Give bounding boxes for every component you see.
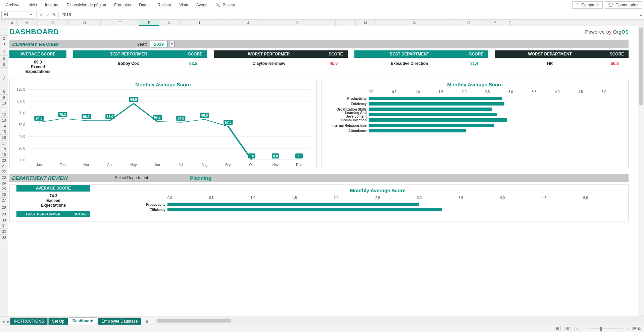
bar-chart-title: Monthly Average Score: [325, 82, 625, 87]
row-header-31[interactable]: 31: [0, 223, 8, 229]
column-header-F[interactable]: F: [139, 19, 159, 26]
accept-icon[interactable]: ✓: [46, 12, 49, 17]
zoom-level[interactable]: 85 %: [632, 327, 641, 331]
row-header-25[interactable]: 25: [0, 186, 8, 192]
best-department-card: BEST DEPARTMENT SCORE Executive Directio…: [354, 50, 488, 74]
column-header-K[interactable]: K: [258, 19, 336, 26]
row-header-1[interactable]: 1: [0, 26, 8, 36]
tab-nav-buttons[interactable]: ◄ ►: [1, 319, 10, 324]
column-header-M[interactable]: M: [356, 19, 376, 26]
view-normal-icon[interactable]: ▦: [554, 326, 561, 331]
column-header-C[interactable]: C: [37, 19, 69, 26]
dept-avg-text2: Expectations: [16, 203, 90, 208]
row-header-4[interactable]: 4: [0, 47, 8, 56]
menu-search[interactable]: 🔍 Buscar: [211, 1, 239, 9]
row-header-26[interactable]: 26: [0, 192, 8, 198]
row-header-17[interactable]: 17: [0, 140, 8, 146]
comments-button[interactable]: 💬 Comentarios: [605, 1, 642, 9]
column-header-E[interactable]: E: [101, 19, 139, 26]
column-header-J[interactable]: J: [238, 19, 258, 26]
horizontal-scrollbar[interactable]: [156, 319, 644, 323]
row-header-9[interactable]: 9: [0, 95, 8, 100]
x-tick: 4,0: [555, 90, 578, 94]
row-header-10[interactable]: 10: [0, 100, 8, 106]
row-header-29[interactable]: 29: [0, 211, 8, 217]
menu-data[interactable]: Datos: [135, 1, 153, 9]
menu-page-layout[interactable]: Disposición de página: [63, 1, 110, 9]
avg-score-text1: Exceed: [26, 65, 51, 69]
row-header-16[interactable]: 16: [0, 135, 8, 140]
best-performer-score: 92,5: [182, 61, 205, 66]
cancel-icon[interactable]: ✕: [39, 12, 43, 17]
row-header-33[interactable]: 33: [0, 235, 8, 240]
row-header-21[interactable]: 21: [0, 163, 8, 169]
column-header-G[interactable]: G: [159, 19, 180, 26]
x-label: Jun: [145, 163, 169, 167]
view-page-layout-icon[interactable]: ▤: [564, 326, 571, 331]
hscroll-thumb[interactable]: [157, 319, 231, 323]
row-header-19[interactable]: 19: [0, 152, 8, 158]
menu-review[interactable]: Revisar: [154, 1, 176, 9]
view-page-break-icon[interactable]: ▭: [574, 326, 581, 331]
share-button[interactable]: ⇪ Compartir: [572, 1, 603, 9]
selected-department[interactable]: Planning: [167, 175, 234, 181]
menu-formulas[interactable]: Fórmulas: [110, 1, 135, 9]
row-header-30[interactable]: 30: [0, 217, 8, 223]
worst-performer-score: 45,0: [322, 61, 346, 66]
row-header-12[interactable]: 12: [0, 112, 8, 118]
row-header-5[interactable]: 5: [0, 56, 8, 61]
row-header-28[interactable]: 28: [0, 203, 8, 211]
column-header-L[interactable]: L: [336, 19, 356, 26]
row-header-24[interactable]: 24: [0, 180, 8, 186]
row-header-27[interactable]: 27: [0, 198, 8, 203]
row-header-13[interactable]: 13: [0, 118, 8, 123]
dept-avg-score: 74.3: [16, 194, 90, 198]
tab-dashboard[interactable]: Dashboard: [69, 317, 97, 325]
column-header-Q[interactable]: Q: [505, 19, 515, 26]
row-header-8[interactable]: 8: [0, 89, 8, 95]
sheet-canvas[interactable]: DASHBOARD Powered by OrgOS COMPANY REVIE…: [8, 26, 638, 317]
menu-help[interactable]: Ayuda: [192, 1, 212, 9]
row-header-20[interactable]: 20: [0, 158, 8, 163]
row-header-22[interactable]: 22: [0, 169, 8, 175]
zoom-in-button[interactable]: +: [627, 327, 629, 331]
row-header-11[interactable]: 11: [0, 106, 8, 112]
menu-view[interactable]: Vista: [175, 1, 192, 9]
column-header-I[interactable]: I: [218, 19, 238, 26]
row-header-3[interactable]: 3: [0, 41, 8, 47]
year-dropdown-button[interactable]: ▾: [169, 41, 175, 47]
row-header-23[interactable]: 23: [0, 175, 8, 180]
x-tick: 2,5: [376, 196, 417, 200]
scrollbar-thumb[interactable]: [639, 28, 643, 105]
menu-file[interactable]: Archivo: [2, 1, 23, 9]
row-header-32[interactable]: 32: [0, 229, 8, 235]
zoom-out-button[interactable]: −: [584, 327, 586, 331]
tab-setup[interactable]: Set Up: [48, 318, 68, 325]
column-header-A[interactable]: A: [8, 19, 17, 26]
zoom-slider[interactable]: [590, 328, 623, 329]
year-cell[interactable]: 2019: [150, 41, 168, 47]
fx-icon[interactable]: fx: [53, 12, 56, 17]
column-header-N[interactable]: N: [376, 19, 453, 26]
row-header-6[interactable]: 6: [0, 61, 8, 68]
menu-insert[interactable]: Insertar: [41, 1, 63, 9]
tab-instructions[interactable]: INSTRUCTIONS: [10, 318, 48, 325]
menu-home[interactable]: Inicio: [23, 1, 41, 9]
column-header-P[interactable]: P: [485, 19, 505, 26]
column-header-H[interactable]: H: [180, 19, 218, 26]
row-header-2[interactable]: 2: [0, 36, 8, 41]
column-header-O[interactable]: O: [453, 19, 485, 26]
row-header-18[interactable]: 18: [0, 146, 8, 152]
tab-employee-database[interactable]: Employee Database: [98, 318, 141, 325]
vertical-scrollbar[interactable]: [638, 26, 644, 317]
row-header-7[interactable]: 7: [0, 68, 8, 89]
expand-formula-bar[interactable]: ⌄: [638, 12, 644, 17]
select-all-corner[interactable]: [0, 19, 8, 26]
row-header-15[interactable]: 15: [0, 129, 8, 135]
row-header-14[interactable]: 14: [0, 123, 8, 129]
formula-input[interactable]: [58, 11, 638, 18]
add-sheet-button[interactable]: ⊕: [142, 318, 152, 325]
name-box[interactable]: F4 ▾: [1, 11, 34, 18]
column-header-D[interactable]: D: [69, 19, 101, 26]
column-header-B[interactable]: B: [17, 19, 37, 26]
